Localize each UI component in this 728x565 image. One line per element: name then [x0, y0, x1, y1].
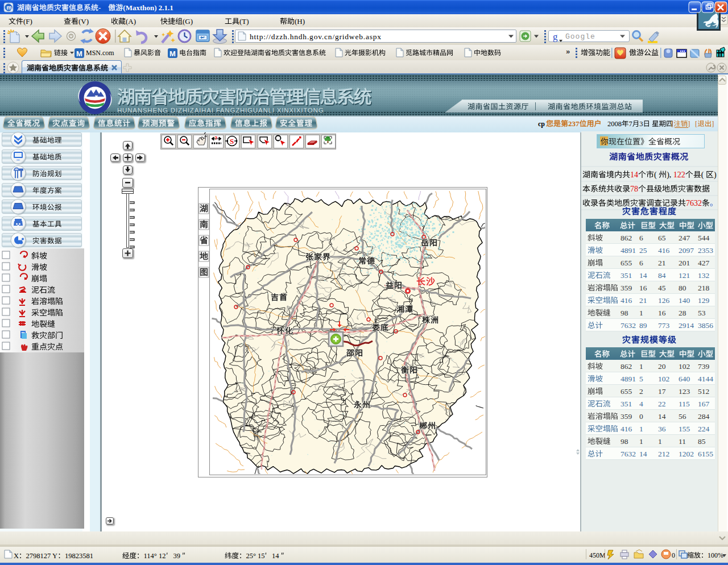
- svg-text:2353: 2353: [698, 246, 713, 255]
- svg-text:4891: 4891: [621, 246, 636, 255]
- svg-text:(G): (G): [183, 17, 193, 26]
- svg-text:X: X: [14, 552, 19, 560]
- svg-text:39: 39: [173, 552, 180, 560]
- svg-text:-: -: [98, 3, 101, 12]
- svg-text:6: 6: [639, 234, 643, 242]
- svg-text:739: 739: [698, 362, 710, 371]
- svg-text:351: 351: [621, 400, 632, 408]
- svg-text:28: 28: [679, 309, 686, 317]
- svg-text:(T): (T): [239, 17, 249, 26]
- svg-text:512: 512: [698, 387, 709, 396]
- svg-text:212: 212: [658, 450, 669, 458]
- svg-text:80: 80: [679, 284, 686, 292]
- svg-text:1202: 1202: [679, 450, 694, 458]
- svg-text:21: 21: [658, 259, 666, 267]
- svg-text:1: 1: [639, 437, 643, 446]
- svg-text:(: (: [654, 171, 657, 180]
- svg-text:]: ]: [712, 120, 714, 128]
- svg-text:53: 53: [698, 309, 706, 317]
- svg-text:14: 14: [639, 450, 647, 458]
- svg-text:773: 773: [658, 321, 670, 330]
- svg-text:123: 123: [679, 387, 690, 396]
- svg-text:655: 655: [621, 387, 632, 396]
- svg-text:416: 416: [621, 296, 632, 305]
- svg-text:m: m: [7, 5, 12, 11]
- svg-text:102: 102: [679, 362, 690, 371]
- svg-text:78: 78: [630, 185, 638, 193]
- svg-text:89: 89: [639, 321, 647, 330]
- svg-text:98: 98: [621, 437, 628, 446]
- svg-text:3856: 3856: [698, 321, 713, 330]
- svg-text:(H): (H): [295, 17, 305, 26]
- svg-text:6: 6: [639, 259, 643, 267]
- svg-text:MSN.com: MSN.com: [86, 49, 114, 57]
- svg-text:20: 20: [658, 362, 666, 371]
- svg-text:45: 45: [658, 284, 666, 292]
- svg-text:121: 121: [679, 271, 690, 280]
- svg-text:56: 56: [679, 412, 686, 421]
- svg-text:4: 4: [639, 400, 643, 408]
- svg-text:129: 129: [698, 296, 710, 305]
- svg-text:14: 14: [658, 412, 666, 421]
- svg-text:862: 862: [621, 362, 632, 371]
- svg-text:): ): [714, 171, 717, 180]
- svg-text:126: 126: [658, 296, 670, 305]
- svg-text:M: M: [169, 49, 176, 58]
- svg-text:14: 14: [272, 552, 279, 560]
- svg-text:450M: 450M: [589, 551, 606, 559]
- svg-text:7632: 7632: [686, 199, 702, 207]
- svg-text:cp: cp: [538, 120, 545, 128]
- svg-text:98: 98: [621, 309, 628, 317]
- svg-text:Google: Google: [565, 32, 595, 41]
- svg-text:155: 155: [679, 425, 690, 433]
- svg-text:7632: 7632: [621, 321, 636, 330]
- svg-text:2914: 2914: [679, 321, 694, 330]
- svg-text:(V): (V): [78, 17, 89, 26]
- svg-text:284: 284: [698, 412, 710, 421]
- svg-text:84: 84: [658, 271, 666, 280]
- svg-text:M: M: [76, 49, 82, 58]
- svg-text:65: 65: [658, 234, 666, 242]
- svg-text:0: 0: [639, 412, 643, 421]
- svg-text:16: 16: [658, 309, 666, 317]
- svg-text:2: 2: [639, 387, 643, 396]
- svg-text:2008: 2008: [607, 120, 622, 128]
- svg-text:21: 21: [639, 296, 647, 305]
- svg-text:[: [: [671, 120, 673, 128]
- svg-text:http://dzzh.hndh.gov.cn/gridwe: http://dzzh.hndh.gov.cn/gridweb.aspx: [250, 32, 382, 41]
- svg-text:416: 416: [621, 425, 632, 433]
- svg-text:[: [: [695, 120, 697, 128]
- svg-text:6155: 6155: [698, 450, 713, 458]
- svg-text:16: 16: [639, 284, 647, 292]
- svg-text:427: 427: [698, 259, 710, 267]
- svg-text:14: 14: [639, 271, 647, 280]
- svg-text:237: 237: [568, 119, 580, 128]
- svg-text:g: g: [553, 31, 558, 42]
- svg-text:1: 1: [639, 309, 643, 317]
- svg-text:»: »: [566, 47, 570, 56]
- svg-text:351: 351: [621, 271, 632, 280]
- svg-text:(A): (A): [126, 17, 136, 26]
- svg-text:100%: 100%: [708, 551, 723, 559]
- svg-text:85: 85: [698, 437, 706, 446]
- svg-text:25° 15: 25° 15: [246, 552, 265, 560]
- svg-text:2798127 Y: 2798127 Y: [26, 552, 57, 560]
- svg-text:14: 14: [630, 171, 638, 179]
- svg-text:17: 17: [658, 387, 666, 396]
- svg-text:114° 12: 114° 12: [144, 552, 166, 560]
- svg-text:416: 416: [658, 246, 670, 255]
- svg-text:167: 167: [698, 400, 710, 408]
- svg-text:11: 11: [679, 437, 686, 446]
- svg-text:655: 655: [621, 259, 632, 267]
- svg-text:1: 1: [639, 362, 643, 371]
- svg-text:359: 359: [621, 284, 632, 292]
- svg-text:224: 224: [698, 425, 710, 433]
- svg-text:247: 247: [679, 234, 690, 242]
- svg-text:218: 218: [698, 284, 710, 292]
- svg-text:1: 1: [639, 425, 643, 433]
- svg-text:7: 7: [629, 120, 632, 128]
- svg-text:36: 36: [658, 425, 666, 433]
- svg-text:]: ]: [688, 120, 690, 128]
- svg-text:),: ),: [667, 171, 671, 180]
- svg-text:(: (: [701, 171, 704, 180]
